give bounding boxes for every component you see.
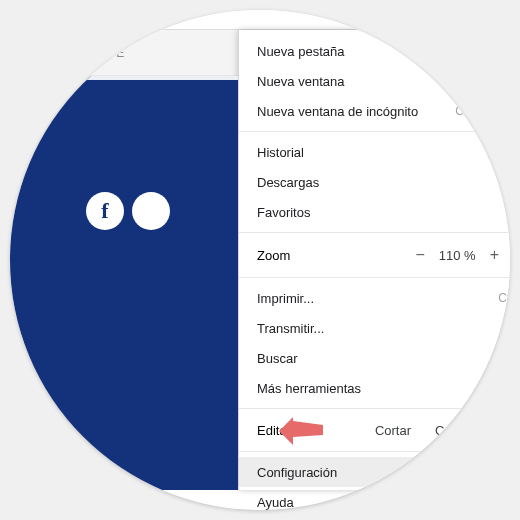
svg-point-1 [432,10,441,11]
extension-icon[interactable] [491,10,510,17]
svg-point-0 [400,10,406,11]
menu-zoom: Zoom − 110 % + ⛶ [239,238,510,272]
edit-paste[interactable]: Pegar [497,423,510,438]
menu-incognito[interactable]: Nueva ventana de incógnito Ctrl+Mayús+N [239,96,510,126]
page-header: IDENTIFICARSE [10,30,238,76]
edit-copy[interactable]: Copiar [435,423,473,438]
menu-find[interactable]: Buscar Ctrl+F [239,343,510,373]
menu-downloads[interactable]: Descargas Ctrl+J [239,167,510,197]
zoom-in-button[interactable]: + [482,246,507,264]
menu-help[interactable]: Ayuda ▶ [239,487,510,510]
menu-history[interactable]: Historial ▶ [239,137,510,167]
menu-print[interactable]: Imprimir... Ctrl+P [239,283,510,313]
menu-bookmarks[interactable]: Favoritos ▶ [239,197,510,227]
menu-more-tools[interactable]: Más herramientas ▶ [239,373,510,403]
toolbar [10,10,510,30]
menu-new-window[interactable]: Nueva ventana Ctrl+N [239,66,510,96]
menu-cast[interactable]: Transmitir... [239,313,510,343]
menu-edit-row: Editar Cortar Copiar Pegar [239,414,510,446]
identify-link[interactable]: IDENTIFICARSE [28,46,125,60]
key-icon[interactable] [398,10,415,17]
zoom-out-button[interactable]: − [407,246,432,264]
facebook-icon[interactable]: f [86,192,124,230]
login-icon [10,46,20,60]
menu-separator [239,408,510,409]
edit-cut[interactable]: Cortar [375,423,411,438]
zoom-value: 110 % [433,248,482,263]
chrome-menu: Nueva pestaña Ctrl+T Nueva ventana Ctrl+… [238,30,510,490]
menu-separator [239,131,510,132]
page-content: IDENTIFICARSE f [10,30,238,490]
menu-separator [239,232,510,233]
menu-separator [239,451,510,452]
social-icon-2[interactable] [132,192,170,230]
menu-new-tab[interactable]: Nueva pestaña Ctrl+T [239,36,510,66]
menu-settings[interactable]: Configuración [239,457,510,487]
bookmark-star-icon[interactable] [460,10,477,17]
zoom-indicator-icon[interactable] [429,10,446,17]
menu-separator [239,277,510,278]
